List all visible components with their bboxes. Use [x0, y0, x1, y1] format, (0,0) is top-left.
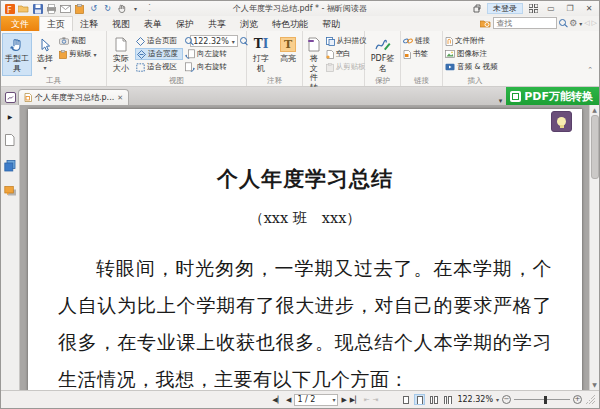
- login-status[interactable]: 未登录: [487, 3, 523, 14]
- share-icon[interactable]: [471, 4, 482, 14]
- tab-protect[interactable]: 保护: [169, 16, 201, 31]
- hand-tool-button[interactable]: 手型工具: [2, 33, 32, 76]
- from-clipboard-icon: [326, 63, 334, 72]
- snapshot-button[interactable]: 截图: [58, 35, 98, 47]
- scrollbar-thumb[interactable]: [591, 115, 599, 179]
- redo-icon[interactable]: ↻: [102, 4, 113, 14]
- tab-features[interactable]: 特色功能: [265, 16, 315, 31]
- zoom-out-icon[interactable]: [185, 37, 188, 45]
- fit-width-button[interactable]: 适合宽度: [135, 48, 183, 60]
- find-previous-icon[interactable]: ◁: [584, 19, 589, 27]
- document-view[interactable]: 个人年度学习总结 （xxx 班 xxx） 转眼间，时光匆匆，一学期又过去了。在本…: [20, 105, 589, 390]
- close-button[interactable]: ✕: [582, 3, 596, 14]
- highlight-button[interactable]: T 高亮: [275, 33, 301, 76]
- tab-help[interactable]: 帮助: [315, 16, 347, 31]
- paste-icon[interactable]: [74, 4, 85, 14]
- customize-toolbar-icon[interactable]: ⁚: [144, 4, 155, 14]
- navigation-panel: ▶: [1, 105, 20, 390]
- scroll-up-icon[interactable]: ▲: [592, 105, 597, 115]
- fit-page-button[interactable]: 适合页面: [135, 35, 183, 47]
- last-page-icon[interactable]: ▶▏: [350, 396, 361, 404]
- links-group-label: 链接: [402, 76, 441, 86]
- search-folder-icon[interactable]: [480, 19, 491, 28]
- restore-button[interactable]: ❐: [563, 3, 577, 14]
- scroll-down-icon[interactable]: ▼: [592, 380, 597, 390]
- tab-home[interactable]: 主页: [39, 16, 73, 31]
- previous-page-icon[interactable]: ◀: [286, 396, 291, 404]
- ribbon-group-protect: PDF签名 保护: [365, 31, 401, 86]
- document-title: 个人年度学习总结: [58, 165, 552, 193]
- image-annotation-label: 图像标注: [457, 49, 487, 59]
- statusbar-zoom-value[interactable]: 122.32%: [457, 395, 493, 404]
- clipboard-icon: [59, 50, 67, 59]
- page-number-box[interactable]: 1 / 2 ▾: [294, 394, 338, 406]
- blank-button[interactable]: 空白: [325, 48, 368, 60]
- fit-visible-button[interactable]: 适合视区: [135, 61, 183, 73]
- save-icon[interactable]: [32, 4, 43, 14]
- hand-tool-quick-icon[interactable]: [116, 4, 127, 14]
- image-annotation-button[interactable]: 图像标注: [444, 48, 499, 60]
- vertical-scrollbar[interactable]: ▲ ▼: [589, 105, 599, 390]
- rotate-left-button[interactable]: 向左旋转: [184, 48, 244, 60]
- print-icon[interactable]: [46, 4, 57, 14]
- search-settings-gear-icon[interactable]: ⚙: [569, 18, 577, 28]
- undo-icon[interactable]: ↺: [88, 4, 99, 14]
- clipboard-button[interactable]: 剪贴板 ▾: [58, 48, 98, 60]
- tab-comment[interactable]: 注释: [73, 16, 105, 31]
- link-button[interactable]: 链接: [402, 35, 431, 47]
- from-clipboard-button[interactable]: 从剪贴板: [325, 61, 368, 73]
- ribbon-collapse-icon[interactable]: ⌃: [587, 66, 593, 74]
- pages-panel-icon[interactable]: [4, 160, 16, 172]
- open-file-icon[interactable]: [18, 4, 29, 14]
- fit-page-label: 适合页面: [147, 36, 177, 46]
- continuous-facing-mode-icon[interactable]: [442, 394, 453, 405]
- start-page-icon[interactable]: [3, 90, 18, 104]
- zoom-out-button[interactable]: −: [502, 395, 511, 404]
- tab-view[interactable]: 视图: [105, 16, 137, 31]
- zoom-in-button[interactable]: +: [573, 395, 582, 404]
- tab-browse[interactable]: 浏览: [233, 16, 265, 31]
- search-icon[interactable]: [559, 19, 567, 27]
- bookmarks-panel-icon[interactable]: [4, 134, 16, 146]
- zoom-in-icon[interactable]: [240, 37, 243, 45]
- continuous-mode-icon[interactable]: [414, 394, 425, 405]
- typewriter-button[interactable]: TI 打字机: [248, 33, 274, 76]
- tab-list-dropdown-icon[interactable]: ▾: [495, 97, 507, 105]
- email-icon[interactable]: [60, 4, 71, 14]
- file-attachment-button[interactable]: 文件附件: [444, 35, 499, 47]
- comments-panel-icon[interactable]: [4, 186, 16, 198]
- from-scanner-button[interactable]: 从扫描仪: [325, 35, 368, 47]
- facing-mode-icon[interactable]: [428, 394, 439, 405]
- tab-form[interactable]: 表单: [137, 16, 169, 31]
- find-next-icon[interactable]: ▷: [592, 19, 597, 27]
- next-view-icon[interactable]: ⇥: [373, 396, 379, 404]
- single-page-mode-icon[interactable]: [400, 394, 411, 405]
- tab-close-icon[interactable]: ✕: [117, 94, 123, 102]
- search-input[interactable]: [493, 17, 557, 29]
- previous-view-icon[interactable]: ⇤: [364, 396, 370, 404]
- document-tab[interactable]: 个人年度学习总结.p... ✕: [18, 89, 129, 105]
- zoom-level-select[interactable]: 122.32% ▾: [190, 35, 238, 47]
- resize-grip[interactable]: [586, 395, 595, 404]
- actual-size-button[interactable]: 实际大小: [108, 33, 134, 76]
- first-page-icon[interactable]: ◀▏: [272, 396, 283, 404]
- zoom-slider[interactable]: [514, 399, 570, 400]
- search-settings-dropdown-icon[interactable]: ▾: [579, 20, 582, 27]
- rotate-right-button[interactable]: 向右旋转: [184, 61, 244, 73]
- pdf-sign-button[interactable]: PDF签名: [368, 33, 398, 76]
- tab-file[interactable]: 文件: [1, 16, 39, 31]
- layout-grid-icon[interactable]: [528, 4, 539, 14]
- statusbar-zoom-dropdown-icon[interactable]: ▾: [496, 396, 499, 403]
- bookmark-button[interactable]: 书签: [402, 48, 431, 60]
- quick-access-dropdown-icon[interactable]: ▾: [130, 4, 141, 14]
- pdf-convert-button[interactable]: PDF万能转换: [506, 87, 599, 105]
- assistant-bulb-button[interactable]: [551, 111, 572, 132]
- tab-share[interactable]: 共享: [201, 16, 233, 31]
- audio-video-button[interactable]: 音频 & 视频: [444, 61, 499, 73]
- minimize-button[interactable]: ▭: [544, 3, 558, 14]
- select-button[interactable]: 选择 ▾: [33, 33, 57, 76]
- next-page-icon[interactable]: ▶: [341, 396, 346, 404]
- tools-group-label: 工具: [2, 76, 105, 86]
- panel-expand-icon[interactable]: ▶: [8, 113, 13, 120]
- zoom-slider-thumb[interactable]: [544, 396, 547, 404]
